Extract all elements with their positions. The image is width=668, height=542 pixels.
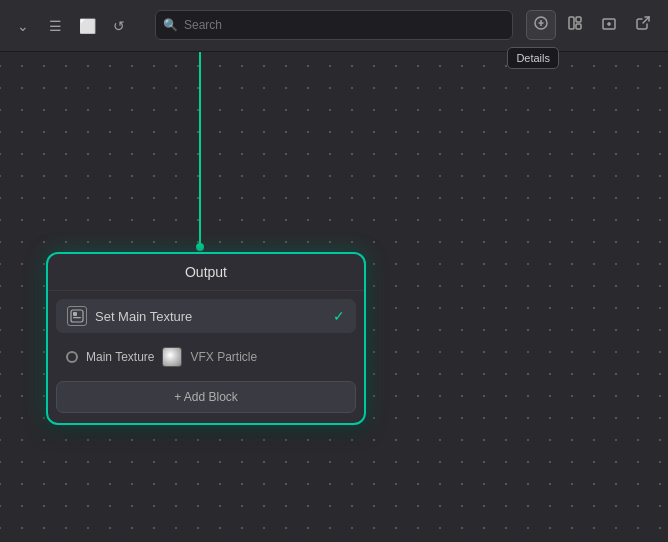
texture-label: Main Texture: [86, 350, 154, 364]
window-icon: ⬜: [79, 18, 96, 34]
svg-rect-4: [576, 17, 581, 22]
refresh-icon: ↺: [113, 18, 125, 34]
layout-icon: [567, 15, 583, 35]
node-title: Output: [185, 264, 227, 280]
search-wrapper: 🔍: [155, 10, 513, 40]
window-button[interactable]: ⬜: [74, 13, 100, 39]
add-block-label: + Add Block: [174, 390, 238, 404]
layout-button[interactable]: [560, 10, 590, 40]
external-link-button[interactable]: [628, 10, 658, 40]
block-type-icon: [67, 306, 87, 326]
menu-icon: ☰: [49, 18, 62, 34]
texture-thumbnail: [162, 347, 182, 367]
add-block-button[interactable]: + Add Block: [56, 381, 356, 413]
search-icon: 🔍: [163, 18, 178, 32]
chevron-down-button[interactable]: ⌄: [10, 13, 36, 39]
add-tab-icon: [601, 15, 617, 35]
node-header: Output: [48, 254, 364, 291]
svg-rect-11: [71, 310, 83, 322]
output-node: Output Set Main Texture ✓ Main Texture V…: [46, 252, 366, 425]
texture-name: VFX Particle: [190, 350, 257, 364]
block-checkmark: ✓: [333, 308, 345, 324]
canvas-area[interactable]: Output Set Main Texture ✓ Main Texture V…: [0, 52, 668, 542]
details-icon: [533, 15, 549, 35]
svg-rect-13: [73, 317, 81, 318]
svg-rect-3: [569, 17, 574, 29]
set-main-texture-block[interactable]: Set Main Texture ✓: [56, 299, 356, 333]
port-circle: [66, 351, 78, 363]
external-link-icon: [635, 15, 651, 35]
menu-button[interactable]: ☰: [42, 13, 68, 39]
svg-point-10: [196, 243, 204, 251]
search-input[interactable]: [155, 10, 513, 40]
chevron-down-icon: ⌄: [17, 18, 29, 34]
svg-rect-5: [576, 24, 581, 29]
top-bar: VISUAL EFFECT GRAPH ⌄ ☰ ⬜ ↺ 🔍 Details: [0, 0, 668, 52]
texture-row: Main Texture VFX Particle: [56, 341, 356, 373]
block-label: Set Main Texture: [95, 309, 325, 324]
svg-rect-12: [73, 312, 77, 316]
refresh-button[interactable]: ↺: [106, 13, 132, 39]
right-icons-group: Details: [526, 10, 658, 40]
add-tab-button[interactable]: [594, 10, 624, 40]
details-button[interactable]: Details: [526, 10, 556, 40]
